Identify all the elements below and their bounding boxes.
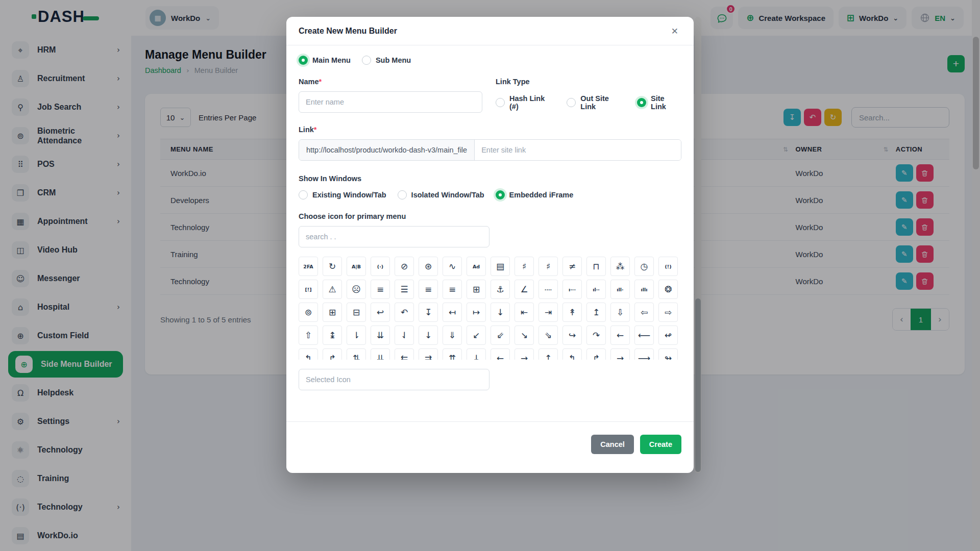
arrow-bar-down-icon[interactable]: ↧ [419,303,438,322]
ad-2-icon[interactable]: ▤ [491,257,510,276]
angle-icon[interactable]: ∠ [514,280,534,299]
access-point-icon[interactable]: (·) [371,257,390,276]
arrow-down-right-icon[interactable]: ↘ [514,325,534,345]
align-right-icon[interactable]: ≡ [443,280,462,299]
close-icon[interactable]: ✕ [668,26,681,37]
radio-selected-icon[interactable] [496,190,505,199]
archive-icon[interactable]: ⊟ [347,303,366,322]
antenna-bars-2-icon[interactable]: ı··· [562,280,582,299]
arrow-narrow-right-icon[interactable]: → [514,348,534,360]
radio-selected-icon[interactable] [637,98,646,107]
arrow-loop-left-icon[interactable]: ↰ [299,348,318,360]
alarm-icon[interactable]: ◷ [634,257,654,276]
antenna-bars-3-icon[interactable]: ıl·· [586,280,606,299]
adjustments-horizontal-icon[interactable]: ≠ [562,257,582,276]
a-b-icon[interactable]: A|B [347,257,366,276]
apps-icon[interactable]: ⊞ [323,303,342,322]
alert-circle-icon[interactable]: (!) [658,257,678,276]
cancel-button[interactable]: Cancel [591,435,634,454]
arrow-move-down-icon[interactable]: ⇊ [371,348,390,360]
arrow-big-right-icon[interactable]: ⇨ [658,303,678,322]
alert-octagon-icon[interactable]: [!] [299,280,318,299]
arrow-bar-right-icon[interactable]: ↦ [467,303,486,322]
arrow-down-left-icon[interactable]: ↙ [467,325,486,345]
selected-icon-input[interactable] [299,369,489,390]
access-point-off-icon[interactable]: ⊘ [395,257,414,276]
radio-icon[interactable] [362,56,371,65]
radio-selected-icon[interactable] [299,56,308,65]
radio-out-site-link[interactable]: Out Site Link [567,94,626,111]
align-center-icon[interactable]: ≡ [371,280,390,299]
radio-hash-link[interactable]: Hash Link (#) [496,94,555,111]
arrow-autofit-height-icon[interactable]: ↨ [323,325,342,345]
arrow-move-right-icon[interactable]: ⇉ [419,348,438,360]
antenna-bars-4-icon[interactable]: ıll· [610,280,630,299]
arrow-bar-to-left-icon[interactable]: ⇤ [514,303,534,322]
arrow-forward-icon[interactable]: ↪ [562,325,582,345]
arrow-back-icon[interactable]: ↩ [371,303,390,322]
apple-icon[interactable]: ⊚ [299,303,318,322]
arrow-back-up-icon[interactable]: ↶ [395,303,414,322]
create-button[interactable]: Create [640,435,681,454]
arrow-narrow-down-icon[interactable]: ↓ [467,348,486,360]
alien-icon[interactable]: ☹ [347,280,366,299]
arrow-move-up-icon[interactable]: ⇈ [443,348,462,360]
aperture-icon[interactable]: ❂ [658,280,678,299]
arrow-narrow-up-icon[interactable]: ↑ [538,348,558,360]
arrow-down-right-circle-icon[interactable]: ⇘ [538,325,558,345]
radio-icon[interactable] [496,98,505,107]
align-left-icon[interactable]: ≡ [419,280,438,299]
anchor-icon[interactable]: ⚓ [491,280,510,299]
arrow-autofit-down-icon[interactable]: ⇂ [347,325,366,345]
radio-icon[interactable] [299,190,308,199]
alert-triangle-icon[interactable]: ⚠ [323,280,342,299]
arrow-bar-up-icon[interactable]: ↥ [586,303,606,322]
aerial-lift-icon[interactable]: ⊓ [586,257,606,276]
icon-search-input[interactable] [299,226,489,247]
radio-isolated-window-tab[interactable]: Isolated Window/Tab [398,190,484,199]
arrow-right-bar-icon[interactable]: ⟶ [634,348,654,360]
arrow-merge-icon[interactable]: ⇅ [347,348,366,360]
arrow-down-icon[interactable]: ↓ [419,325,438,345]
modal-scrollbar-thumb[interactable] [695,298,701,472]
arrow-bar-to-up-icon[interactable]: ↟ [562,303,582,322]
radio-main-menu[interactable]: Main Menu [299,56,351,65]
arrow-ramp-left-icon[interactable]: ↰ [562,348,582,360]
arrow-bar-to-down-icon[interactable]: ↓ [491,303,510,322]
arrow-big-up-icon[interactable]: ⇧ [299,325,318,345]
antenna-bars-5-icon[interactable]: ıllı [634,280,654,299]
accessible-icon[interactable]: ⊛ [419,257,438,276]
arrow-autofit-content-icon[interactable]: ⇊ [371,325,390,345]
radio-existing-window-tab[interactable]: Existing Window/Tab [299,190,386,199]
activity-icon[interactable]: ∿ [443,257,462,276]
arrow-forward-up-icon[interactable]: ↷ [586,325,606,345]
radio-site-link[interactable]: Site Link [637,94,681,111]
arrow-big-left-icon[interactable]: ⇦ [634,303,654,322]
arrow-bar-to-right-icon[interactable]: ⇥ [538,303,558,322]
modal-scrollbar[interactable] [695,17,701,473]
arrow-ramp-right-icon[interactable]: ↱ [586,348,606,360]
radio-embedded-iframe[interactable]: Embedded iFrame [496,190,574,199]
arrow-left-icon[interactable]: ← [610,325,630,345]
arrow-autofit-up-icon[interactable]: ⇃ [395,325,414,345]
align-justified-icon[interactable]: ☰ [395,280,414,299]
arrow-down-circle-icon[interactable]: ⇓ [443,325,462,345]
adjustments-alt-icon[interactable]: ♯ [538,257,558,276]
adjustments-icon[interactable]: ♯ [514,257,534,276]
arrow-narrow-left-icon[interactable]: ← [491,348,510,360]
ambulance-icon[interactable]: ⊞ [467,280,486,299]
name-input[interactable] [299,91,482,113]
affiliate-icon[interactable]: ⁂ [610,257,630,276]
arrow-move-left-icon[interactable]: ⇇ [395,348,414,360]
antenna-bars-1-icon[interactable]: ···· [538,280,558,299]
site-link-input[interactable] [475,140,681,160]
360-view-icon[interactable]: ↻ [323,257,342,276]
radio-icon[interactable] [398,190,407,199]
arrow-left-bar-icon[interactable]: ⟵ [634,325,654,345]
arrow-right-circle-icon[interactable]: ↬ [658,348,678,360]
radio-sub-menu[interactable]: Sub Menu [362,56,411,65]
arrow-bar-left-icon[interactable]: ↤ [443,303,462,322]
arrow-big-down-icon[interactable]: ⇩ [610,303,630,322]
radio-icon[interactable] [567,98,576,107]
arrow-down-left-circle-icon[interactable]: ⇙ [491,325,510,345]
